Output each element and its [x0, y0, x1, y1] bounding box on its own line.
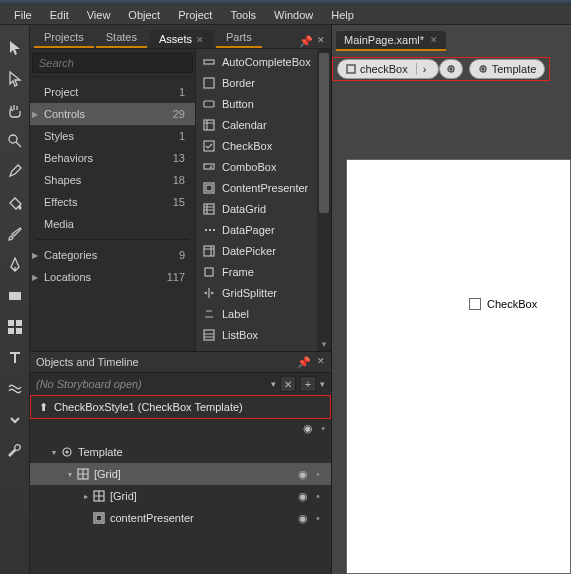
scrollbar[interactable]: ▲ ▼ [317, 49, 331, 351]
list-item[interactable]: Label [196, 303, 331, 324]
pin-icon[interactable]: 📌 [297, 356, 311, 369]
eye-icon[interactable]: ◉ [303, 422, 313, 435]
category-shapes[interactable]: Shapes18 [30, 169, 195, 191]
list-item[interactable]: AutoCompleteBox [196, 51, 331, 72]
list-item[interactable]: Calendar [196, 114, 331, 135]
list-item[interactable]: GridSplitter [196, 282, 331, 303]
template-icon [478, 64, 488, 74]
menu-project[interactable]: Project [170, 7, 220, 23]
close-icon[interactable]: ✕ [430, 35, 438, 45]
tree-item-grid[interactable]: ▸[Grid]◉• [30, 485, 331, 507]
text-tool-icon[interactable] [4, 347, 26, 369]
zoom-tool-icon[interactable] [4, 130, 26, 152]
category-behaviors[interactable]: Behaviors13 [30, 147, 195, 169]
menu-view[interactable]: View [79, 7, 119, 23]
lock-dot-icon[interactable]: • [311, 490, 325, 502]
menu-object[interactable]: Object [120, 7, 168, 23]
tab-assets[interactable]: Assets✕ [149, 30, 214, 48]
menu-window[interactable]: Window [266, 7, 321, 23]
list-item[interactable]: DataGrid [196, 198, 331, 219]
new-storyboard-button[interactable]: + [300, 376, 316, 392]
menu-file[interactable]: File [6, 7, 40, 23]
rectangle-tool-icon[interactable] [4, 285, 26, 307]
list-item[interactable]: ContentPresenter [196, 177, 331, 198]
scroll-thumb[interactable] [319, 53, 329, 213]
layout-tool-icon[interactable] [4, 316, 26, 338]
wrench-tool-icon[interactable] [4, 440, 26, 462]
pen-tool-icon[interactable] [4, 254, 26, 276]
tree-item-contentpresenter[interactable]: contentPresenter◉• [30, 507, 331, 529]
document-tab[interactable]: MainPage.xaml*✕ [336, 31, 446, 51]
scroll-down-icon[interactable]: ▼ [317, 337, 331, 351]
breadcrumb-root[interactable]: checkBox › [337, 59, 439, 79]
selection-tool-icon[interactable] [4, 37, 26, 59]
menu-edit[interactable]: Edit [42, 7, 77, 23]
svg-rect-3 [16, 320, 22, 326]
chevron-right-icon[interactable]: › [416, 63, 430, 75]
pin-icon[interactable]: 📌 [299, 35, 313, 48]
list-item[interactable]: ListBox [196, 324, 331, 345]
breadcrumb-template[interactable]: Template [469, 59, 546, 79]
category-locations[interactable]: ▶Locations117 [30, 266, 195, 288]
eye-icon[interactable]: ◉ [295, 490, 311, 503]
scope-up-icon[interactable]: ⬆ [39, 401, 48, 414]
chevron-down-icon: ▾ [64, 470, 76, 479]
category-effects[interactable]: Effects15 [30, 191, 195, 213]
design-canvas[interactable]: CheckBox [346, 159, 571, 574]
list-item[interactable]: Frame [196, 261, 331, 282]
more-tools-icon[interactable] [4, 409, 26, 431]
svg-rect-15 [204, 101, 214, 107]
close-storyboard-button[interactable]: ✕ [280, 376, 296, 392]
svg-rect-5 [16, 328, 22, 334]
grid-icon [92, 489, 106, 503]
svg-rect-24 [204, 330, 214, 340]
category-project[interactable]: Project1 [30, 81, 195, 103]
eye-icon[interactable]: ◉ [295, 468, 311, 481]
list-item[interactable]: ComboBox [196, 156, 331, 177]
lock-dot-icon[interactable]: • [311, 512, 325, 524]
control-icon [202, 139, 216, 153]
list-item[interactable]: Border [196, 72, 331, 93]
category-categories[interactable]: ▶Categories9 [30, 244, 195, 266]
menu-tools[interactable]: Tools [222, 7, 264, 23]
search-input[interactable] [32, 53, 193, 73]
pan-tool-icon[interactable] [4, 99, 26, 121]
list-item[interactable]: DataPager [196, 219, 331, 240]
brush-tool-icon[interactable] [4, 223, 26, 245]
category-media[interactable]: Media [30, 213, 195, 235]
menu-help[interactable]: Help [323, 7, 362, 23]
lock-dot-icon[interactable]: • [311, 468, 325, 480]
category-controls[interactable]: ▶Controls29 [30, 103, 195, 125]
tree-item-template[interactable]: ▾Template [30, 441, 331, 463]
svg-rect-20 [206, 185, 212, 191]
template-icon [60, 445, 74, 459]
close-icon[interactable]: ✕ [317, 356, 325, 369]
control-icon [202, 97, 216, 111]
svg-rect-23 [205, 268, 213, 276]
category-styles[interactable]: Styles1 [30, 125, 195, 147]
template-scope-row[interactable]: ⬆ CheckBoxStyle1 (CheckBox Template) [30, 395, 331, 419]
chevron-down-icon[interactable]: ▾ [271, 379, 276, 389]
breadcrumb-target-icon[interactable] [439, 59, 463, 79]
lock-icon[interactable]: • [321, 422, 325, 434]
list-item[interactable]: Button [196, 93, 331, 114]
asset-tool-icon[interactable] [4, 378, 26, 400]
grid-icon [76, 467, 90, 481]
eye-icon[interactable]: ◉ [295, 512, 311, 525]
close-icon[interactable]: ✕ [317, 35, 325, 48]
list-item[interactable]: CheckBox [196, 135, 331, 156]
tab-projects[interactable]: Projects [34, 28, 94, 48]
tab-states[interactable]: States [96, 28, 147, 48]
chevron-down-icon[interactable]: ▾ [320, 379, 325, 389]
tree-item-grid[interactable]: ▾[Grid]◉• [30, 463, 331, 485]
tab-parts[interactable]: Parts [216, 28, 262, 48]
paint-bucket-tool-icon[interactable] [4, 192, 26, 214]
svg-rect-18 [204, 164, 214, 169]
svg-rect-22 [204, 246, 214, 256]
eyedropper-tool-icon[interactable] [4, 161, 26, 183]
checkbox-control[interactable]: CheckBox [469, 298, 537, 310]
close-icon[interactable]: ✕ [196, 35, 204, 45]
list-item[interactable]: DatePicker [196, 240, 331, 261]
direct-select-tool-icon[interactable] [4, 68, 26, 90]
svg-rect-31 [347, 65, 355, 73]
